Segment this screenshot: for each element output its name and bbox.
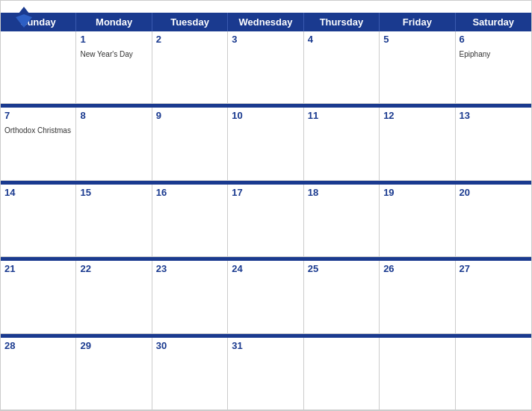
calendar-cell: 11 (304, 108, 380, 180)
day-header-thursday: Thursday (304, 13, 380, 31)
calendar-cell: 16 (152, 185, 228, 257)
calendar-cell: 28 (1, 338, 76, 410)
calendar-cell: 3 (228, 31, 303, 104)
calendar-cell: 24 (228, 261, 303, 333)
date-number: 14 (4, 187, 72, 198)
date-number: 24 (232, 263, 299, 274)
day-header-wednesday: Wednesday (228, 13, 303, 31)
calendar-cell (1, 31, 76, 104)
calendar-cell: 22 (76, 261, 152, 333)
date-number: 3 (232, 34, 299, 45)
logo (13, 7, 32, 31)
date-number: 8 (80, 110, 147, 121)
date-number: 11 (308, 110, 375, 121)
days-header-row: SundayMondayTuesdayWednesdayThursdayFrid… (1, 13, 531, 31)
holiday-label: New Year's Day (80, 50, 132, 58)
date-number: 31 (232, 340, 299, 351)
calendar-cell: 26 (380, 261, 455, 333)
day-header-friday: Friday (380, 13, 455, 31)
holiday-label: Orthodox Christmas (4, 126, 71, 135)
calendar-cell: 4 (304, 31, 380, 104)
day-header-tuesday: Tuesday (152, 13, 228, 31)
calendar-cell: 29 (76, 338, 152, 410)
date-number: 2 (156, 34, 223, 45)
date-number: 19 (383, 187, 451, 198)
calendar-header (1, 1, 531, 13)
calendar-cell: 17 (228, 185, 303, 257)
calendar-cell: 13 (456, 108, 531, 180)
calendar-cell: 21 (1, 261, 76, 333)
holiday-label: Epiphany (460, 50, 491, 58)
logo-bird-icon (16, 7, 32, 31)
calendar-cell: 14 (1, 185, 76, 257)
date-number: 16 (156, 187, 223, 198)
calendar-cell: 15 (76, 185, 152, 257)
calendar-cell (456, 338, 531, 410)
calendar-cell: 5 (380, 31, 455, 104)
week-row-2: 14151617181920 (1, 185, 531, 257)
calendar-cell: 12 (380, 108, 455, 180)
date-number: 4 (308, 34, 375, 45)
day-header-saturday: Saturday (456, 13, 531, 31)
calendar-cell: 8 (76, 108, 152, 180)
date-number: 9 (156, 110, 223, 121)
date-number: 28 (4, 340, 72, 351)
calendar-cell: 25 (304, 261, 380, 333)
date-number: 20 (460, 187, 528, 198)
calendar-cell: 31 (228, 338, 303, 410)
calendar-cell: 2 (152, 31, 228, 104)
date-number: 25 (308, 263, 375, 274)
calendar-cell: 18 (304, 185, 380, 257)
week-row-1: 7Orthodox Christmas8910111213 (1, 108, 531, 180)
calendar-grid: 1New Year's Day23456Epiphany7Orthodox Ch… (1, 31, 531, 410)
calendar-cell (380, 338, 455, 410)
date-number: 13 (460, 110, 528, 121)
date-number: 29 (80, 340, 147, 351)
date-number: 7 (4, 110, 72, 121)
date-number: 1 (80, 34, 147, 45)
date-number: 6 (460, 34, 528, 45)
date-number: 15 (80, 187, 147, 198)
calendar-body: SundayMondayTuesdayWednesdayThursdayFrid… (1, 13, 531, 410)
week-row-4: 28293031 (1, 338, 531, 410)
date-number: 21 (4, 263, 72, 274)
date-number: 18 (308, 187, 375, 198)
date-number: 27 (460, 263, 528, 274)
day-header-monday: Monday (76, 13, 152, 31)
date-number: 10 (232, 110, 299, 121)
week-row-3: 21222324252627 (1, 261, 531, 333)
calendar-cell: 27 (456, 261, 531, 333)
calendar-cell: 23 (152, 261, 228, 333)
date-number: 17 (232, 187, 299, 198)
calendar-cell: 7Orthodox Christmas (1, 108, 76, 180)
calendar-cell (304, 338, 380, 410)
date-number: 22 (80, 263, 147, 274)
calendar: SundayMondayTuesdayWednesdayThursdayFrid… (0, 0, 532, 411)
week-row-0: 1New Year's Day23456Epiphany (1, 31, 531, 104)
calendar-cell: 9 (152, 108, 228, 180)
calendar-cell: 30 (152, 338, 228, 410)
calendar-cell: 19 (380, 185, 455, 257)
date-number: 23 (156, 263, 223, 274)
calendar-cell: 10 (228, 108, 303, 180)
date-number: 5 (383, 34, 451, 45)
calendar-cell: 6Epiphany (456, 31, 531, 104)
date-number: 26 (383, 263, 451, 274)
date-number: 12 (383, 110, 451, 121)
date-number: 30 (156, 340, 223, 351)
calendar-cell: 1New Year's Day (76, 31, 152, 104)
calendar-cell: 20 (456, 185, 531, 257)
